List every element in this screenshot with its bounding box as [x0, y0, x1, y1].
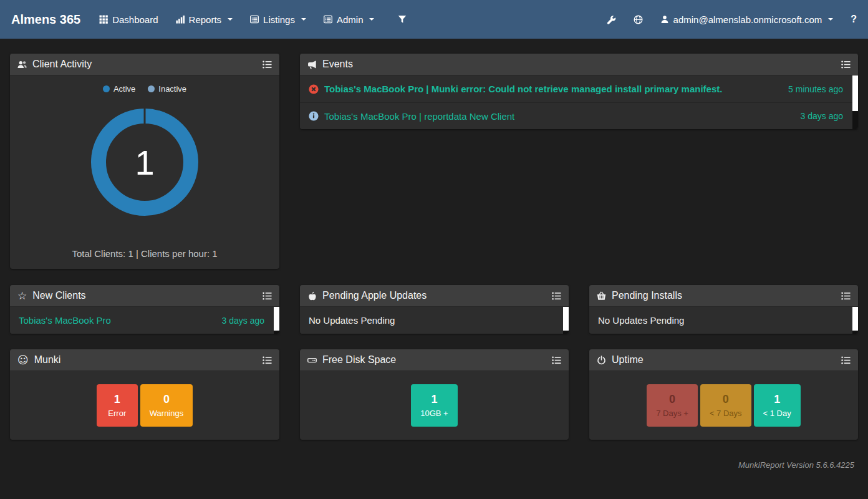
nav-reports-label: Reports — [189, 14, 222, 25]
filter-button[interactable] — [398, 15, 407, 24]
uptime-stats: 0 7 Days + 0 < 7 Days 1 < 1 Day — [589, 371, 858, 440]
client-activity-panel: Client Activity Active Inactive — [10, 54, 279, 269]
uptime-7days-plus-stat[interactable]: 0 7 Days + — [647, 384, 698, 427]
panel-menu-icon[interactable] — [841, 60, 851, 69]
pending-apple-updates-panel: Pending Apple Updates No Updates Pending — [300, 285, 569, 334]
scrollbar-thumb[interactable] — [563, 307, 569, 331]
legend-label: Inactive — [158, 84, 186, 94]
language-globe-button[interactable] — [634, 15, 643, 24]
user-email: admin@almenslab.onmicrosoft.com — [673, 14, 822, 25]
client-activity-summary: Total Clients: 1 | Clients per hour: 1 — [72, 248, 217, 259]
globe-icon — [634, 15, 643, 24]
event-text: Tobias's MacBook Pro | reportdata New Cl… — [324, 111, 514, 122]
shopping-basket-icon — [597, 291, 606, 301]
uptime-under-1day-stat[interactable]: 1 < 1 Day — [754, 384, 801, 427]
client-time: 3 days ago — [222, 316, 265, 326]
chevron-down-icon — [228, 18, 233, 21]
stat-value: 1 — [431, 392, 437, 407]
stat-label: 10GB + — [420, 409, 448, 419]
smiley-icon: ☺ — [17, 355, 29, 366]
list-alt-icon — [324, 15, 332, 24]
filter-icon — [398, 15, 407, 24]
bar-chart-icon — [176, 15, 185, 24]
apple-icon — [307, 291, 317, 301]
panel-menu-icon[interactable] — [263, 356, 272, 365]
scrollbar-thumb[interactable] — [274, 307, 279, 331]
user-icon — [660, 15, 669, 24]
empty-message: No Updates Pending — [309, 315, 395, 326]
brand[interactable]: Almens 365 — [11, 12, 80, 27]
client-activity-body: Active Inactive 1 Total Clients: 1 | Cli… — [10, 75, 279, 269]
panel-menu-icon[interactable] — [263, 60, 272, 69]
legend-item-inactive[interactable]: Inactive — [148, 84, 186, 94]
hdd-icon — [307, 356, 317, 365]
pending-apple-updates-header: Pending Apple Updates — [300, 285, 569, 307]
new-client-row[interactable]: Tobias's MacBook Pro 3 days ago — [10, 307, 279, 334]
event-row[interactable]: Tobias's MacBook Pro | reportdata New Cl… — [300, 102, 858, 129]
stat-value: 0 — [723, 392, 729, 407]
panel-menu-icon[interactable] — [841, 291, 851, 301]
uptime-header: Uptime — [589, 349, 858, 371]
panel-menu-icon[interactable] — [552, 356, 561, 365]
nav-listings[interactable]: Listings — [250, 14, 306, 25]
scrollbar-track[interactable] — [563, 307, 569, 334]
uptime-panel: Uptime 0 7 Days + 0 < 7 Days 1 < 1 Day — [589, 349, 858, 440]
panel-title: Uptime — [612, 354, 644, 366]
star-icon: ☆ — [17, 291, 27, 301]
dashboard: Client Activity Active Inactive — [0, 39, 868, 499]
scrollbar-track[interactable] — [852, 307, 858, 334]
nav-dashboard[interactable]: Dashboard — [99, 14, 158, 25]
scrollbar-thumb[interactable] — [852, 75, 858, 111]
wrench-icon — [607, 15, 616, 24]
munki-panel: ☺ Munki 1 Error 0 Warnings — [10, 349, 279, 440]
events-header: Events — [300, 54, 858, 75]
panel-menu-icon[interactable] — [263, 291, 272, 301]
pending-installs-panel: Pending Installs No Updates Pending — [589, 285, 858, 334]
error-circle-icon — [309, 84, 319, 94]
scrollbar-thumb[interactable] — [852, 307, 858, 331]
uptime-under-7days-stat[interactable]: 0 < 7 Days — [700, 384, 751, 427]
client-activity-donut-chart[interactable]: 1 — [91, 109, 198, 216]
stat-label: Warnings — [150, 409, 183, 419]
empty-message-row: No Updates Pending — [589, 307, 858, 334]
nav-admin-label: Admin — [337, 14, 364, 25]
disk-10gb-plus-stat[interactable]: 1 10GB + — [411, 384, 457, 427]
legend-label: Active — [113, 84, 135, 94]
nav-dashboard-label: Dashboard — [112, 14, 158, 25]
munki-errors-stat[interactable]: 1 Error — [97, 384, 138, 427]
event-row[interactable]: Tobias's MacBook Pro | Munki error: Coul… — [300, 75, 858, 102]
donut-center-value: 1 — [91, 109, 198, 216]
nav-admin[interactable]: Admin — [324, 14, 375, 25]
stat-value: 1 — [774, 392, 780, 407]
panel-title: Pending Installs — [612, 290, 682, 301]
events-panel: Events Tobias's MacBook Pro | Munki erro… — [300, 54, 858, 129]
stat-label: 7 Days + — [656, 409, 688, 419]
panel-title: Munki — [34, 354, 61, 366]
new-clients-panel: ☆ New Clients Tobias's MacBook Pro 3 day… — [10, 285, 279, 334]
settings-wrench-button[interactable] — [607, 15, 616, 24]
help-button[interactable]: ? — [851, 14, 857, 25]
event-time: 5 minutes ago — [788, 84, 843, 94]
legend-item-active[interactable]: Active — [103, 84, 135, 94]
panel-title: Events — [322, 59, 353, 70]
stat-value: 1 — [114, 392, 120, 407]
top-navbar: Almens 365 Dashboard Reports Listings Ad… — [0, 0, 868, 39]
grid-icon — [99, 15, 108, 24]
client-name: Tobias's MacBook Pro — [19, 315, 111, 326]
panel-menu-icon[interactable] — [552, 291, 561, 301]
chevron-down-icon — [301, 18, 306, 21]
user-menu[interactable]: admin@almenslab.onmicrosoft.com — [660, 14, 834, 25]
navbar-right: admin@almenslab.onmicrosoft.com ? — [607, 14, 857, 25]
munki-warnings-stat[interactable]: 0 Warnings — [140, 384, 193, 427]
stat-value: 0 — [163, 392, 170, 407]
stat-label: Error — [108, 409, 126, 419]
new-clients-header: ☆ New Clients — [10, 285, 279, 307]
scrollbar-track[interactable] — [852, 75, 858, 129]
stat-label: < 7 Days — [710, 409, 742, 419]
scrollbar-track[interactable] — [274, 307, 279, 334]
chart-legend: Active Inactive — [103, 84, 186, 94]
nav-reports[interactable]: Reports — [176, 14, 233, 25]
chevron-down-icon — [828, 18, 833, 21]
panel-menu-icon[interactable] — [841, 356, 851, 365]
panel-title: Pending Apple Updates — [322, 290, 427, 301]
